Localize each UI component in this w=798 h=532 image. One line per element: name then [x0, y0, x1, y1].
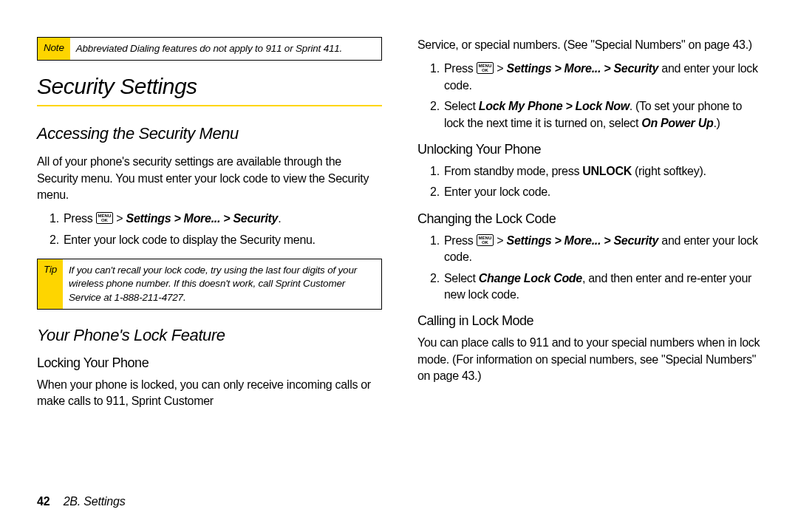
text: (right softkey).: [632, 165, 706, 177]
locking-body-cont: Service, or special numbers. (See "Speci…: [417, 37, 763, 53]
nav-path: Settings > More... > Security: [507, 62, 659, 75]
tip-label: Tip: [38, 259, 63, 309]
accessing-step-1: Press MENUOK > Settings > More... > Secu…: [62, 211, 382, 227]
left-column: Note Abbreviated Dialing features do not…: [37, 37, 382, 532]
change-step-2: Select Change Lock Code, and then enter …: [443, 270, 763, 304]
text: Select: [444, 100, 479, 112]
nav-path: Settings > More... > Security: [126, 212, 279, 225]
text: .): [713, 117, 720, 129]
manual-page: Note Abbreviated Dialing features do not…: [0, 0, 798, 532]
text: From standby mode, press: [444, 165, 582, 177]
option: Change Lock Code: [479, 272, 582, 284]
note-text: Abbreviated Dialing features do not appl…: [70, 38, 348, 60]
note-callout: Note Abbreviated Dialing features do not…: [37, 37, 382, 61]
accessing-steps: Press MENUOK > Settings > More... > Secu…: [37, 211, 382, 248]
calling-lock-mode-body: You can place calls to 911 and to your s…: [417, 335, 763, 384]
unlocking-step-2: Enter your lock code.: [443, 184, 763, 200]
heading-lock-feature: Your Phone's Lock Feature: [37, 326, 382, 345]
heading-accessing-security-menu: Accessing the Security Menu: [37, 124, 382, 143]
right-column: Service, or special numbers. (See "Speci…: [417, 37, 763, 532]
unlocking-step-1: From standby mode, press UNLOCK (right s…: [443, 163, 763, 180]
locking-body: When your phone is locked, you can only …: [37, 377, 382, 410]
page-number: 42: [37, 495, 50, 508]
section-label: 2B. Settings: [64, 495, 126, 508]
text: >: [494, 62, 506, 75]
locking-steps: Press MENUOK > Settings > More... > Secu…: [417, 61, 763, 132]
accessing-step-2: Enter your lock code to display the Secu…: [62, 232, 382, 248]
page-footer: 42 2B. Settings: [37, 495, 126, 508]
note-label: Note: [38, 38, 70, 60]
text: >: [494, 234, 506, 247]
tip-text: If you can't recall your lock code, try …: [63, 259, 381, 309]
menu-ok-key-icon: MENUOK: [477, 234, 494, 246]
text: Press: [444, 234, 477, 247]
text: Select: [444, 272, 479, 284]
heading-calling-in-lock-mode: Calling in Lock Mode: [417, 313, 763, 329]
option: On Power Up: [641, 117, 713, 129]
accessing-intro: All of your phone's security settings ar…: [37, 154, 382, 203]
change-step-1: Press MENUOK > Settings > More... > Secu…: [443, 233, 763, 266]
tip-callout: Tip If you can't recall your lock code, …: [37, 259, 382, 310]
menu-ok-key-icon: MENUOK: [477, 62, 494, 74]
heading-unlocking-your-phone: Unlocking Your Phone: [417, 142, 763, 157]
heading-locking-your-phone: Locking Your Phone: [37, 355, 382, 371]
change-code-steps: Press MENUOK > Settings > More... > Secu…: [417, 233, 763, 304]
unlocking-steps: From standby mode, press UNLOCK (right s…: [417, 163, 763, 201]
heading-changing-lock-code: Changing the Lock Code: [417, 211, 763, 227]
text: Press: [64, 212, 96, 225]
text: >: [113, 212, 126, 225]
nav-path: Settings > More... > Security: [507, 234, 659, 247]
menu-ok-key-icon: MENUOK: [96, 212, 114, 224]
text: Press: [444, 62, 477, 75]
locking-step-1: Press MENUOK > Settings > More... > Secu…: [443, 61, 763, 94]
nav-path: Lock My Phone > Lock Now: [479, 100, 630, 112]
locking-step-2: Select Lock My Phone > Lock Now. (To set…: [443, 98, 763, 132]
softkey-name: UNLOCK: [582, 165, 632, 177]
heading-security-settings: Security Settings: [37, 74, 382, 106]
text: .: [278, 212, 281, 225]
